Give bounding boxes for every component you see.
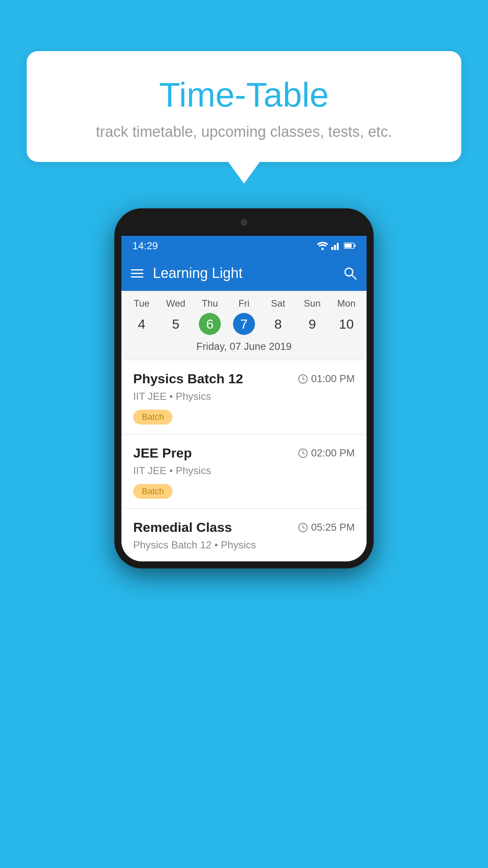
svg-rect-3 <box>337 243 339 250</box>
day-number: 9 <box>301 313 323 335</box>
schedule-item-subtitle: IIT JEE • Physics <box>133 390 355 403</box>
svg-rect-6 <box>354 245 356 247</box>
speech-bubble-pointer <box>228 162 260 184</box>
speech-bubble-section: Time-Table track timetable, upcoming cla… <box>27 51 461 184</box>
schedule-item-header: JEE Prep 02:00 PM <box>133 445 355 461</box>
svg-rect-2 <box>334 245 336 250</box>
day-name: Sat <box>271 298 285 309</box>
schedule-item[interactable]: JEE Prep 02:00 PMIIT JEE • PhysicsBatch <box>121 434 367 509</box>
schedule-item-subtitle: Physics Batch 12 • Physics <box>133 539 355 551</box>
svg-rect-5 <box>345 244 352 248</box>
app-toolbar: Learning Light <box>121 256 367 291</box>
schedule-list: Physics Batch 12 01:00 PMIIT JEE • Physi… <box>121 360 367 561</box>
day-name: Fri <box>238 298 250 309</box>
calendar-day-col[interactable]: Mon10 <box>330 298 362 335</box>
schedule-item-time: 01:00 PM <box>298 373 355 385</box>
day-name: Wed <box>166 298 185 309</box>
speech-bubble-title: Time-Table <box>42 75 446 115</box>
calendar-selected-date: Friday, 07 June 2019 <box>121 335 367 360</box>
day-name: Mon <box>337 298 356 309</box>
menu-icon[interactable] <box>131 269 143 278</box>
schedule-item-header: Remedial Class 05:25 PM <box>133 520 355 535</box>
batch-badge: Batch <box>133 484 172 499</box>
wifi-icon <box>317 241 328 250</box>
day-number: 4 <box>130 313 152 335</box>
day-name: Tue <box>134 298 149 309</box>
phone-outer: 14:29 <box>114 208 374 568</box>
day-number: 10 <box>335 313 357 335</box>
calendar-day-col[interactable]: Sun9 <box>297 298 328 335</box>
status-icons <box>317 241 356 250</box>
schedule-item-title: JEE Prep <box>133 445 192 461</box>
calendar-day-col[interactable]: Wed5 <box>160 298 191 335</box>
status-bar: 14:29 <box>121 236 367 256</box>
schedule-item[interactable]: Remedial Class 05:25 PMPhysics Batch 12 … <box>121 509 367 561</box>
schedule-item-time: 05:25 PM <box>298 521 355 533</box>
svg-point-0 <box>321 248 324 250</box>
day-name: Thu <box>202 298 218 309</box>
svg-line-8 <box>352 275 356 279</box>
schedule-item-subtitle: IIT JEE • Physics <box>133 465 355 477</box>
toolbar-title: Learning Light <box>153 265 334 281</box>
day-number: 5 <box>165 313 187 335</box>
schedule-item-time: 02:00 PM <box>298 447 355 459</box>
speech-bubble-subtitle: track timetable, upcoming classes, tests… <box>42 123 446 140</box>
calendar-strip: Tue4Wed5Thu6Fri7Sat8Sun9Mon10 Friday, 07… <box>121 291 367 360</box>
calendar-day-col[interactable]: Sat8 <box>262 298 294 335</box>
calendar-day-col[interactable]: Tue4 <box>126 298 157 335</box>
phone-screen: 14:29 <box>121 236 367 561</box>
phone-camera <box>241 219 247 226</box>
signal-icon <box>331 241 341 250</box>
schedule-item-header: Physics Batch 12 01:00 PM <box>133 371 355 386</box>
calendar-day-col[interactable]: Thu6 <box>194 298 226 335</box>
speech-bubble-card: Time-Table track timetable, upcoming cla… <box>27 51 461 162</box>
day-number: 6 <box>199 313 221 335</box>
clock-icon <box>298 374 308 384</box>
clock-icon <box>298 448 308 458</box>
status-time: 14:29 <box>132 240 158 252</box>
search-icon[interactable] <box>343 266 357 280</box>
schedule-item-title: Remedial Class <box>133 520 232 535</box>
day-name: Sun <box>304 298 321 309</box>
day-number: 7 <box>233 313 255 335</box>
calendar-days-row: Tue4Wed5Thu6Fri7Sat8Sun9Mon10 <box>121 298 367 335</box>
phone-mockup: 14:29 <box>114 208 374 568</box>
calendar-day-col[interactable]: Fri7 <box>228 298 260 335</box>
svg-rect-1 <box>331 247 333 250</box>
schedule-item[interactable]: Physics Batch 12 01:00 PMIIT JEE • Physi… <box>121 360 367 434</box>
batch-badge: Batch <box>133 410 172 425</box>
phone-top-bar <box>121 215 367 236</box>
day-number: 8 <box>267 313 289 335</box>
clock-icon <box>298 522 308 533</box>
battery-icon <box>344 242 356 249</box>
schedule-item-title: Physics Batch 12 <box>133 371 243 386</box>
